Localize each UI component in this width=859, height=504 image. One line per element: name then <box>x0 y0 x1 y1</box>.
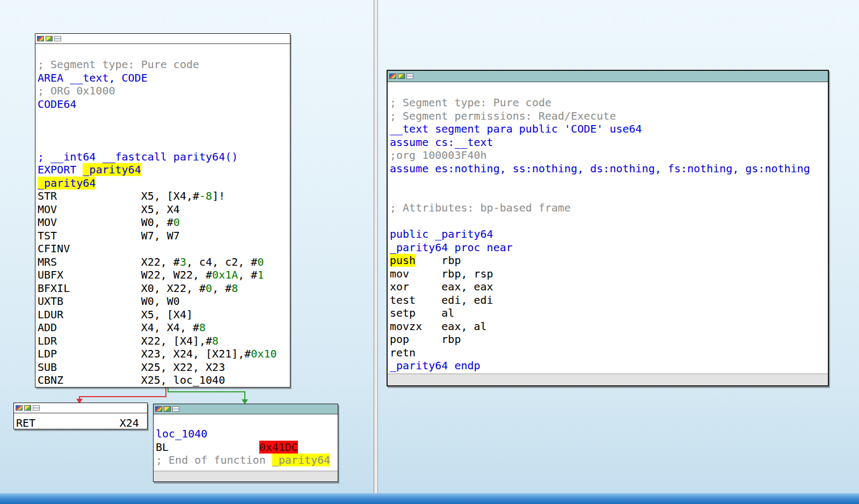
code-segment: setp al <box>390 306 454 319</box>
node-x86-main[interactable]: ; Segment type: Pure code; Segment permi… <box>387 70 829 386</box>
edge-taken <box>168 388 245 399</box>
code-segment: , c4, c2, # <box>186 255 257 268</box>
code-line[interactable]: ADD X4, X4, #8 <box>38 321 289 334</box>
code-line[interactable]: ; Segment type: Pure code <box>38 58 289 71</box>
code-segment: MOV X5, X4 <box>38 203 180 216</box>
edit-icon[interactable] <box>24 405 31 411</box>
code-line[interactable]: __text segment para public 'CODE' use64 <box>390 122 827 136</box>
code-line[interactable] <box>390 215 827 228</box>
text-icon[interactable] <box>406 74 413 79</box>
node-footer-strip <box>154 471 338 481</box>
code-line[interactable]: MRS X22, #3, c4, c2, #0 <box>38 255 289 269</box>
code-line[interactable]: pop rbp <box>390 333 827 346</box>
code-line[interactable]: MOV W0, #0 <box>38 216 289 229</box>
code-line[interactable] <box>390 188 827 202</box>
node-title-bar[interactable] <box>388 71 828 82</box>
edit-icon[interactable] <box>398 74 405 79</box>
code-line[interactable]: public _parity64 <box>390 228 827 241</box>
code-segment: STR X5, [X4,# <box>38 189 199 202</box>
code-segment: 0 <box>257 255 264 268</box>
code-line[interactable]: push rbp <box>390 254 827 267</box>
code-segment: retn <box>390 346 416 359</box>
node-footer-strip <box>388 374 828 385</box>
code-line[interactable]: BL 0x41DC <box>156 441 337 454</box>
node-title-bar[interactable] <box>35 34 290 44</box>
code-line[interactable]: SUB X25, X22, X23 <box>38 361 289 374</box>
code-line[interactable]: test edi, edi <box>390 294 827 307</box>
code-line[interactable]: retn <box>390 346 827 360</box>
code-block-arm-main: ; Segment type: Pure codeAREA __text, CO… <box>35 44 290 387</box>
code-line[interactable]: _parity64 proc near <box>390 241 827 254</box>
text-icon[interactable] <box>172 406 179 412</box>
code-line[interactable] <box>38 137 289 150</box>
code-segment: ; Segment permissions: Read/Execute <box>390 109 616 122</box>
code-line[interactable]: _parity64 <box>38 177 289 190</box>
code-line[interactable]: assume cs:__text <box>390 136 827 149</box>
code-line[interactable]: assume es:nothing, ss:nothing, ds:nothin… <box>390 162 827 176</box>
window-icon[interactable] <box>389 74 396 79</box>
code-line[interactable]: MOV X5, X4 <box>38 203 289 216</box>
code-segment: MOV W0, # <box>38 216 173 229</box>
code-line[interactable]: ; Segment type: Pure code <box>390 96 827 109</box>
node-arm-ret[interactable]: RET X24 <box>13 403 148 429</box>
code-line[interactable]: UXTB W0, W0 <box>38 295 289 308</box>
code-line[interactable]: loc_1040 <box>156 427 337 441</box>
window-icon[interactable] <box>16 405 23 411</box>
pane-divider[interactable] <box>374 0 378 504</box>
text-icon[interactable] <box>54 36 61 41</box>
edge-not-taken <box>79 388 166 399</box>
code-line[interactable]: UBFX W22, W22, #0x1A, #1 <box>38 268 289 282</box>
code-line[interactable]: STR X5, [X4,#-8]! <box>38 189 289 203</box>
window-icon[interactable] <box>155 406 162 412</box>
code-line[interactable]: ; Segment permissions: Read/Execute <box>390 109 827 123</box>
code-segment: _parity64 proc near <box>390 241 513 254</box>
code-line[interactable]: ;org 100003F40h <box>390 149 827 162</box>
code-line[interactable]: RET X24 <box>16 417 146 430</box>
code-line[interactable]: movzx eax, al <box>390 320 827 333</box>
code-line[interactable]: ; Attributes: bp-based frame <box>390 201 827 215</box>
edit-icon[interactable] <box>164 406 171 412</box>
code-segment: CODE64 <box>38 98 76 111</box>
code-line[interactable]: CBNZ X25, loc_1040 <box>38 374 289 387</box>
code-segment: xor eax, eax <box>390 280 493 293</box>
code-segment: _parity64 <box>38 177 96 189</box>
bottom-gradient-bar <box>0 493 859 504</box>
code-line[interactable] <box>38 124 289 137</box>
code-segment: pop rbp <box>390 333 461 346</box>
code-segment: 8 <box>199 321 206 334</box>
node-title-bar[interactable] <box>14 403 147 413</box>
code-line[interactable]: EXPORT _parity64 <box>38 163 289 177</box>
code-line[interactable]: ; __int64 __fastcall parity64() <box>38 150 289 164</box>
code-line[interactable]: TST W7, W7 <box>38 229 289 243</box>
code-segment: mov rbp, rsp <box>390 267 493 280</box>
code-line[interactable]: setp al <box>390 306 827 320</box>
code-segment: , # <box>212 282 231 295</box>
node-arm-main[interactable]: ; Segment type: Pure codeAREA __text, CO… <box>35 33 290 388</box>
code-line[interactable]: xor eax, eax <box>390 280 827 294</box>
text-icon[interactable] <box>33 405 40 411</box>
code-line[interactable]: LDR X22, [X4],#8 <box>38 334 289 348</box>
code-line[interactable]: LDP X23, X24, [X21],#0x10 <box>38 347 289 361</box>
node-arm-loc-1040[interactable]: loc_1040BL 0x41DC; End of function _pari… <box>153 404 338 482</box>
code-line[interactable] <box>390 175 827 188</box>
code-line[interactable]: ; End of function _parity64 <box>156 454 337 467</box>
code-segment: ; ORG 0x1000 <box>38 84 115 97</box>
code-segment: ; Segment type: Pure code <box>38 58 199 71</box>
window-icon[interactable] <box>37 36 44 41</box>
code-line[interactable]: LDUR X5, [X4] <box>38 308 289 322</box>
code-line[interactable] <box>38 111 289 124</box>
code-segment: 0x10 <box>251 347 276 360</box>
node-title-bar[interactable] <box>154 404 338 414</box>
edit-icon[interactable] <box>46 36 53 41</box>
code-segment: LDUR X5, [X4] <box>38 308 193 321</box>
code-line[interactable]: AREA __text, CODE <box>38 71 289 85</box>
code-line[interactable]: BFXIL X0, X22, #0, #8 <box>38 282 289 295</box>
code-line[interactable]: _parity64 endp <box>390 359 827 372</box>
code-line[interactable]: CODE64 <box>38 98 289 111</box>
code-segment: 3 <box>180 255 186 268</box>
code-line[interactable]: mov rbp, rsp <box>390 267 827 281</box>
code-line[interactable]: ; ORG 0x1000 <box>38 84 289 98</box>
code-segment: LDR X22, [X4],# <box>38 334 212 347</box>
code-segment: ; End of function <box>156 454 272 466</box>
code-line[interactable]: CFINV <box>38 242 289 255</box>
